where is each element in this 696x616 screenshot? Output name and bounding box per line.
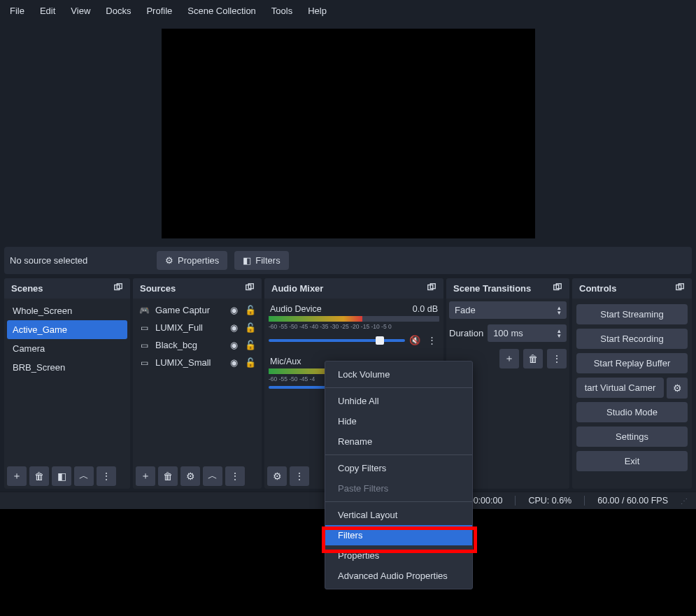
display-icon: ▭ — [139, 358, 150, 368]
spinner-icon: ▴▾ — [557, 329, 561, 338]
visibility-icon[interactable]: ◉ — [228, 305, 239, 315]
scenes-list: Whole_Screen Active_Game Camera BRB_Scre… — [4, 299, 130, 464]
select-spinner-icon: ▴▾ — [557, 306, 561, 315]
menu-tools[interactable]: Tools — [264, 3, 299, 19]
ctx-advanced-audio[interactable]: Advanced Audio Properties — [325, 566, 472, 586]
source-settings-button[interactable]: ⚙ — [180, 466, 200, 486]
scene-item[interactable]: Active_Game — [7, 320, 127, 339]
source-item[interactable]: 🎮 Game Captur ◉ 🔓 — [136, 301, 259, 319]
more-icon[interactable]: ⋮ — [225, 466, 245, 486]
properties-button[interactable]: ⚙ Properties — [157, 251, 227, 270]
mixer-context-menu: Lock Volume Unhide All Hide Rename Copy … — [325, 361, 473, 589]
transition-options-icon[interactable]: ⋮ — [547, 349, 567, 368]
exit-button[interactable]: Exit — [576, 451, 688, 471]
mute-icon[interactable]: 🔇 — [409, 335, 420, 345]
popout-icon[interactable] — [553, 282, 562, 294]
virtual-camera-button[interactable]: tart Virtual Camer — [576, 378, 664, 398]
menu-view[interactable]: View — [64, 3, 97, 19]
ctx-lock-volume[interactable]: Lock Volume — [325, 364, 472, 385]
start-replay-buffer-button[interactable]: Start Replay Buffer — [576, 353, 688, 373]
lock-icon[interactable]: 🔓 — [245, 322, 256, 333]
more-icon[interactable]: ⋮ — [290, 466, 309, 486]
source-item[interactable]: ▭ Black_bcg ◉ 🔓 — [136, 336, 259, 354]
popout-icon[interactable] — [427, 282, 436, 294]
divider — [515, 496, 516, 506]
display-icon: ▭ — [139, 323, 150, 333]
popout-icon[interactable] — [113, 282, 123, 294]
source-toolbar: No source selected ⚙ Properties ◧ Filter… — [4, 247, 692, 274]
meter-ticks: -60 -55 -50 -45 -40 -35 -30 -25 -20 -15 … — [269, 323, 439, 330]
mixer-title: Audio Mixer — [271, 283, 323, 294]
remove-transition-button[interactable]: 🗑 — [523, 349, 543, 368]
menu-edit[interactable]: Edit — [33, 3, 62, 19]
visibility-icon[interactable]: ◉ — [228, 340, 239, 350]
virtual-camera-settings-button[interactable]: ⚙ — [667, 378, 688, 399]
controls-panel: Controls Start Streaming Start Recording… — [572, 278, 692, 489]
preview-area — [0, 22, 696, 245]
move-up-button[interactable]: ︿ — [74, 466, 94, 486]
lock-icon[interactable]: 🔓 — [245, 340, 256, 350]
visibility-icon[interactable]: ◉ — [228, 322, 239, 333]
source-item[interactable]: ▭ LUMIX_Full ◉ 🔓 — [136, 319, 259, 336]
game-capture-icon: 🎮 — [139, 306, 150, 315]
ctx-rename[interactable]: Rename — [325, 431, 472, 452]
fps-status: 60.00 / 60.00 FPS — [597, 496, 668, 506]
ctx-properties[interactable]: Properties — [325, 545, 472, 566]
popout-icon[interactable] — [245, 282, 255, 294]
scene-item[interactable]: BRB_Screen — [7, 358, 127, 377]
ctx-copy-filters[interactable]: Copy Filters — [325, 458, 472, 478]
menu-bar: File Edit View Docks Profile Scene Colle… — [0, 0, 696, 22]
transition-value: Fade — [455, 305, 476, 315]
lock-icon[interactable]: 🔓 — [245, 305, 256, 315]
menu-file[interactable]: File — [3, 3, 31, 19]
settings-button[interactable]: Settings — [576, 427, 688, 447]
preview-canvas[interactable] — [162, 29, 535, 238]
studio-mode-button[interactable]: Studio Mode — [576, 402, 688, 422]
add-scene-button[interactable]: ＋ — [7, 466, 27, 486]
duration-input[interactable]: 100 ms ▴▾ — [488, 324, 567, 342]
volume-slider[interactable] — [269, 339, 405, 342]
resize-grip-icon[interactable]: ⋰ — [681, 497, 686, 505]
mixer-settings-button[interactable]: ⚙ — [267, 466, 287, 486]
move-up-button[interactable]: ︿ — [203, 466, 222, 486]
cpu-status: CPU: 0.6% — [528, 496, 571, 506]
add-transition-button[interactable]: ＋ — [499, 349, 519, 368]
menu-docks[interactable]: Docks — [99, 3, 138, 19]
controls-title: Controls — [579, 283, 616, 294]
channel-options-icon[interactable]: ⋮ — [425, 334, 439, 347]
remove-scene-button[interactable]: 🗑 — [29, 466, 49, 486]
channel-name: Mic/Aux — [270, 357, 301, 366]
mixer-channel: Audio Device 0.0 dB -60 -55 -50 -45 -40 … — [267, 301, 441, 354]
menu-scene-collection[interactable]: Scene Collection — [180, 3, 263, 19]
visibility-icon[interactable]: ◉ — [228, 357, 239, 368]
ctx-unhide-all[interactable]: Unhide All — [325, 391, 472, 411]
ctx-vertical-layout[interactable]: Vertical Layout — [325, 505, 472, 525]
remove-source-button[interactable]: 🗑 — [158, 466, 178, 486]
source-name: Game Captur — [155, 305, 222, 315]
channel-name: Audio Device — [270, 304, 322, 314]
ctx-hide[interactable]: Hide — [325, 411, 472, 431]
source-item[interactable]: ▭ LUMIX_Small ◉ 🔓 — [136, 354, 259, 371]
no-source-label: No source selected — [10, 255, 150, 266]
menu-help[interactable]: Help — [301, 3, 334, 19]
source-name: LUMIX_Full — [155, 322, 222, 333]
more-icon[interactable]: ⋮ — [97, 466, 116, 486]
channel-db: 0.0 dB — [413, 304, 438, 314]
scene-item[interactable]: Camera — [7, 339, 127, 358]
ctx-paste-filters: Paste Filters — [325, 478, 472, 499]
gear-icon: ⚙ — [165, 255, 173, 266]
start-recording-button[interactable]: Start Recording — [576, 329, 688, 349]
transition-select[interactable]: Fade ▴▾ — [449, 301, 567, 319]
lock-icon[interactable]: 🔓 — [245, 357, 256, 368]
source-name: Black_bcg — [155, 340, 222, 350]
filters-button[interactable]: ◧ Filters — [234, 251, 288, 270]
scene-filter-button[interactable]: ◧ — [52, 466, 71, 486]
duration-value: 100 ms — [493, 328, 523, 338]
ctx-filters[interactable]: Filters — [325, 525, 472, 545]
vu-meter — [269, 316, 439, 322]
popout-icon[interactable] — [675, 282, 685, 294]
start-streaming-button[interactable]: Start Streaming — [576, 304, 688, 324]
add-source-button[interactable]: ＋ — [136, 466, 155, 486]
scene-item[interactable]: Whole_Screen — [7, 301, 127, 320]
menu-profile[interactable]: Profile — [139, 3, 179, 19]
